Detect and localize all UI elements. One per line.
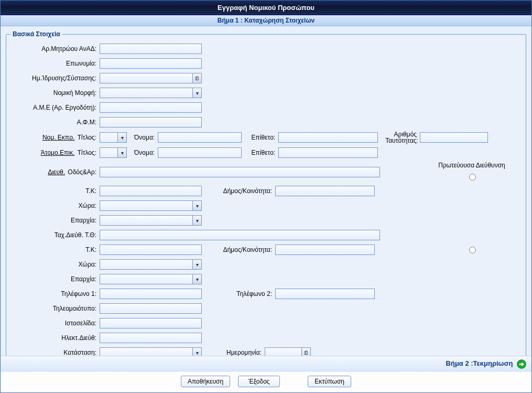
- chevron-down-icon[interactable]: ▾: [192, 259, 202, 270]
- label-ar-mitroou: Αρ.Μητρώου ΑνΑΔ:: [10, 45, 100, 52]
- input-atomo-epitheto[interactable]: [278, 147, 378, 158]
- window: Εγγραφή Νομικού Προσώπου Βήμα 1 : Καταχώ…: [0, 0, 532, 393]
- select-xora-1[interactable]: [100, 200, 192, 211]
- basic-info-group: Βασικά Στοιχεία Αρ.Μητρώου ΑνΑΔ: Επωνυμί…: [6, 30, 526, 356]
- chevron-down-icon[interactable]: ▾: [192, 274, 202, 284]
- label-eparxia-1: Επαρχία:: [10, 217, 100, 224]
- input-fax[interactable]: [100, 303, 202, 314]
- button-bar: Αποθήκευση Έξοδος Εκτύπωση: [1, 371, 531, 392]
- select-nomiki-morfi[interactable]: [100, 88, 192, 98]
- label-nom-ekpr: Νομ. Εκπρ. Τίτλος:: [10, 134, 100, 141]
- input-website[interactable]: [100, 318, 202, 328]
- chevron-down-icon[interactable]: ▾: [117, 147, 127, 158]
- select-atomo-titlos[interactable]: [100, 147, 117, 158]
- label-epitheto-1: Επίθετο:: [242, 134, 278, 141]
- label-til2: Τηλέφωνο 2:: [202, 290, 275, 298]
- label-email: Ηλεκτ.Διεύθ:: [10, 334, 100, 342]
- step-title-bar: Βήμα 1 : Καταχώρηση Στοιχείων: [1, 15, 531, 26]
- chevron-down-icon[interactable]: ▾: [192, 200, 202, 211]
- label-id-number: Αριθμός Ταυτότητας:: [378, 131, 420, 144]
- label-tk-1: Τ.Κ:: [10, 187, 100, 195]
- calendar-icon[interactable]: 🗓: [301, 347, 311, 356]
- input-afm[interactable]: [100, 117, 202, 128]
- input-idrysis-date[interactable]: [100, 73, 192, 83]
- group-legend: Βασικά Στοιχεία: [10, 30, 62, 38]
- select-nom-titlos[interactable]: [100, 132, 117, 143]
- label-imerominia: Ημερομηνία:: [202, 349, 265, 356]
- input-atomo-onoma[interactable]: [158, 147, 242, 158]
- chevron-down-icon[interactable]: ▾: [192, 347, 202, 356]
- link-nom-ekpr[interactable]: Νομ. Εκπρ.: [42, 134, 74, 141]
- window-title-bar: Εγγραφή Νομικού Προσώπου: [1, 1, 531, 15]
- label-website: Ιστοσελίδα:: [10, 320, 100, 327]
- label-epitheto-2: Επίθετο:: [242, 149, 278, 156]
- label-primary-addr: Πρωτεύουσα Διεύθυνση: [422, 162, 522, 169]
- primary-address-header: Πρωτεύουσα Διεύθυνση: [422, 162, 522, 182]
- arrow-right-icon: ➔: [517, 359, 526, 369]
- next-step-bar[interactable]: Βήμα 2 :Τεκμηρίωση ➔: [1, 356, 531, 371]
- label-eponymia: Επωνυμία:: [10, 60, 100, 67]
- label-xora-1: Χώρα:: [10, 202, 100, 209]
- label-idrysis: Ημ.Ίδρυσης/Σύστασης:: [10, 75, 100, 82]
- input-tk-2[interactable]: [100, 245, 202, 255]
- save-button[interactable]: Αποθήκευση: [181, 376, 230, 387]
- label-titlos-2: Τίτλος:: [78, 149, 96, 156]
- label-eparxia-2: Επαρχία:: [10, 275, 100, 283]
- input-tk-1[interactable]: [100, 186, 202, 196]
- label-onoma-2: Όνομα:: [127, 149, 158, 156]
- label-nomiki-morfi: Νομική Μορφή:: [10, 89, 100, 97]
- link-atomo-epik[interactable]: Άτομο.Επικ.: [41, 149, 74, 156]
- input-til1[interactable]: [100, 289, 202, 299]
- input-dimos-1[interactable]: [275, 186, 375, 196]
- chevron-down-icon[interactable]: ▾: [117, 132, 127, 143]
- input-eponymia[interactable]: [100, 58, 202, 69]
- radio-primary-addr-1[interactable]: [469, 174, 476, 180]
- input-email[interactable]: [100, 333, 202, 343]
- select-xora-2[interactable]: [100, 259, 192, 270]
- input-nom-epitheto[interactable]: [278, 132, 378, 143]
- input-nom-id[interactable]: [420, 132, 488, 143]
- next-step-label: Βήμα 2 :Τεκμηρίωση: [446, 359, 513, 367]
- input-nom-onoma[interactable]: [158, 132, 242, 143]
- label-fax: Τηλεομοιότυπο:: [10, 305, 100, 312]
- label-xora-2: Χώρα:: [10, 261, 100, 268]
- select-katastasi[interactable]: [100, 347, 192, 356]
- label-titlos-1: Τίτλος:: [78, 134, 96, 141]
- label-atomo-epik: Άτομο.Επικ. Τίτλος:: [10, 149, 100, 156]
- label-tk-2: Τ.Κ:: [10, 246, 100, 253]
- label-odos-ar: Οδός&Αρ:: [68, 168, 96, 176]
- chevron-down-icon[interactable]: ▾: [192, 88, 202, 98]
- label-dimos-1: Δήμος/Κοινότητα:: [202, 187, 275, 195]
- label-ame: Α.Μ.Ε (Αρ. Εργοδότη):: [10, 104, 100, 111]
- calendar-icon[interactable]: 🗓: [192, 73, 202, 83]
- label-onoma-1: Όνομα:: [127, 134, 158, 141]
- radio-primary-addr-2[interactable]: [469, 247, 476, 253]
- exit-button[interactable]: Έξοδος: [238, 376, 280, 387]
- primary-address-radio-2-wrap: [422, 245, 522, 255]
- content-area: Βασικά Στοιχεία Αρ.Μητρώου ΑνΑΔ: Επωνυμί…: [1, 26, 531, 356]
- step-title: Βήμα 1 : Καταχώρηση Στοιχείων: [218, 17, 314, 24]
- print-button[interactable]: Εκτύπωση: [308, 376, 351, 387]
- chevron-down-icon[interactable]: ▾: [192, 215, 202, 226]
- label-til1: Τηλέφωνο 1:: [10, 290, 100, 298]
- label-dimos-2: Δήμος/Κοινότητα:: [202, 246, 275, 253]
- input-ar-mitroou[interactable]: [100, 44, 202, 54]
- input-ame[interactable]: [100, 102, 202, 113]
- input-odos-ar[interactable]: [100, 167, 380, 177]
- input-tax-tth[interactable]: [100, 230, 380, 240]
- input-dimos-2[interactable]: [275, 245, 375, 255]
- link-dieuth[interactable]: Διευθ.: [48, 168, 65, 176]
- input-til2[interactable]: [275, 289, 375, 299]
- label-tax-dieuth: Ταχ.Διεύθ. Τ.Θ:: [10, 231, 100, 239]
- window-title: Εγγραφή Νομικού Προσώπου: [218, 4, 314, 12]
- label-dieuth-odos: Διευθ. Οδός&Αρ:: [10, 168, 100, 176]
- select-eparxia-2[interactable]: [100, 274, 192, 284]
- input-imerominia[interactable]: [265, 347, 301, 356]
- label-katastasi: Κατάσταση:: [10, 349, 100, 356]
- select-eparxia-1[interactable]: [100, 215, 192, 226]
- label-afm: Α.Φ.Μ:: [10, 119, 100, 126]
